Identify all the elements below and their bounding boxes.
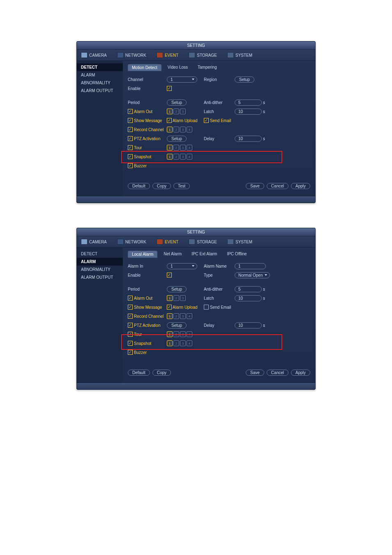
anti-dither-input[interactable]: 5 [235, 99, 262, 106]
alarm-name-input[interactable]: 1 [235, 263, 266, 269]
default-button[interactable]: Default [128, 183, 150, 189]
alarm-out-chan-1[interactable]: 1 [167, 295, 173, 301]
sidebar-item-alarm-output[interactable]: ALARM OUTPUT [77, 87, 123, 95]
tour-chan-1[interactable]: 1 [167, 145, 173, 150]
test-button[interactable]: Test [173, 183, 190, 189]
alarm-upload-checkbox[interactable] [167, 305, 172, 310]
sidebar-item-abnormality[interactable]: ABNORMALITY [77, 79, 123, 87]
sidebar-item-alarm[interactable]: ALARM [77, 71, 123, 79]
show-message-checkbox[interactable] [128, 305, 133, 310]
send-email-checkbox[interactable] [204, 305, 209, 310]
sidebar-item-detect[interactable]: DETECT [77, 63, 123, 71]
alarm-out-checkbox[interactable] [128, 296, 133, 301]
latch-input[interactable]: 10 [235, 295, 262, 301]
record-chan-3[interactable]: 3 [180, 127, 186, 132]
snapshot-chan-3[interactable]: 3 [180, 340, 186, 346]
subtab-ipc-offline[interactable]: IPC Offline [223, 251, 250, 258]
tour-checkbox[interactable] [128, 332, 133, 337]
record-chan-3[interactable]: 3 [180, 313, 186, 319]
save-button[interactable]: Save [246, 370, 264, 376]
topnav-camera[interactable]: CAMERA [81, 52, 107, 58]
channel-select[interactable]: 1 [167, 76, 197, 83]
tour-chan-2[interactable]: 2 [173, 145, 179, 150]
region-setup-button[interactable]: Setup [235, 76, 254, 83]
type-select[interactable]: Normal Open [235, 272, 270, 278]
sidebar-item-alarm[interactable]: ALARM [77, 258, 123, 266]
sidebar-item-detect[interactable]: DETECT [77, 250, 123, 258]
show-message-checkbox[interactable] [128, 118, 133, 123]
delay-input[interactable]: 10 [235, 322, 262, 328]
alarm-out-chan-1[interactable]: 1 [167, 109, 173, 114]
default-button[interactable]: Default [128, 370, 150, 376]
snapshot-checkbox[interactable] [128, 154, 133, 159]
ptz-activation-checkbox[interactable] [128, 136, 133, 141]
record-channel-checkbox[interactable] [128, 127, 133, 132]
enable-checkbox[interactable] [167, 86, 172, 91]
topnav-storage[interactable]: STORAGE [189, 52, 217, 58]
subtab-video-loss[interactable]: Video Loss [164, 64, 191, 71]
alarm-in-select[interactable]: 1 [167, 263, 197, 269]
save-button[interactable]: Save [246, 183, 264, 189]
alarm-upload-checkbox[interactable] [167, 118, 172, 123]
tour-chan-3[interactable]: 3 [180, 331, 186, 337]
record-channel-checkbox[interactable] [128, 314, 133, 319]
latch-input[interactable]: 10 [235, 109, 262, 115]
tour-chan-4[interactable]: 4 [187, 331, 192, 337]
buzzer-checkbox[interactable] [128, 163, 133, 168]
copy-button[interactable]: Copy [152, 183, 171, 189]
tour-chan-2[interactable]: 2 [173, 331, 179, 337]
ptz-setup-button[interactable]: Setup [167, 136, 187, 142]
topnav-camera[interactable]: CAMERA [81, 239, 107, 245]
record-chan-2[interactable]: 2 [173, 127, 179, 132]
snapshot-checkbox[interactable] [128, 341, 133, 346]
snapshot-chan-4[interactable]: 4 [187, 340, 192, 346]
alarm-out-chan-2[interactable]: 2 [173, 295, 179, 301]
topnav-storage[interactable]: STORAGE [189, 239, 217, 245]
enable-checkbox[interactable] [167, 273, 172, 278]
snapshot-chan-1[interactable]: 1 [167, 340, 173, 346]
record-chan-2[interactable]: 2 [173, 313, 179, 319]
apply-button[interactable]: Apply [291, 370, 310, 376]
record-chan-1[interactable]: 1 [167, 127, 173, 132]
anti-dither-input[interactable]: 5 [235, 286, 262, 292]
subtab-ipc-ext-alarm[interactable]: IPC Ext Alarm [188, 251, 221, 258]
buzzer-checkbox[interactable] [128, 350, 133, 355]
send-email-checkbox[interactable] [204, 118, 209, 123]
snapshot-chan-3[interactable]: 3 [180, 154, 186, 160]
cancel-button[interactable]: Cancel [267, 183, 288, 189]
apply-button[interactable]: Apply [291, 183, 310, 189]
topnav-network[interactable]: NETWORK [117, 239, 146, 245]
copy-button[interactable]: Copy [152, 370, 171, 376]
alarm-out-chan-3[interactable]: 3 [180, 295, 186, 301]
alarm-out-chan-2[interactable]: 2 [173, 109, 179, 114]
tour-chan-4[interactable]: 4 [187, 145, 192, 150]
topnav-system[interactable]: SYSTEM [227, 52, 252, 58]
topnav-system[interactable]: SYSTEM [227, 239, 252, 245]
record-chan-4[interactable]: 4 [187, 313, 192, 319]
sidebar-item-abnormality[interactable]: ABNORMALITY [77, 266, 123, 273]
delay-input[interactable]: 10 [235, 136, 262, 142]
subtab-motion-detect[interactable]: Motion Detect [128, 64, 161, 71]
subtab-local-alarm[interactable]: Local Alarm [128, 251, 157, 258]
alarm-out-chan-3[interactable]: 3 [180, 109, 186, 114]
record-chan-4[interactable]: 4 [187, 127, 192, 132]
tour-chan-1[interactable]: 1 [167, 331, 173, 337]
snapshot-chan-2[interactable]: 2 [173, 340, 179, 346]
ptz-setup-button[interactable]: Setup [167, 322, 187, 328]
tour-checkbox[interactable] [128, 145, 133, 150]
record-chan-1[interactable]: 1 [167, 313, 173, 319]
period-setup-button[interactable]: Setup [167, 286, 187, 292]
snapshot-chan-1[interactable]: 1 [167, 154, 173, 160]
period-setup-button[interactable]: Setup [167, 99, 187, 106]
cancel-button[interactable]: Cancel [267, 370, 288, 376]
subtab-tampering[interactable]: Tampering [194, 64, 221, 71]
snapshot-chan-4[interactable]: 4 [187, 154, 192, 160]
tour-chan-3[interactable]: 3 [180, 145, 186, 150]
snapshot-chan-2[interactable]: 2 [173, 154, 179, 160]
topnav-event[interactable]: EVENT [157, 239, 178, 245]
ptz-activation-checkbox[interactable] [128, 323, 133, 328]
sidebar-item-alarm-output[interactable]: ALARM OUTPUT [77, 273, 123, 281]
alarm-out-checkbox[interactable] [128, 109, 133, 114]
topnav-network[interactable]: NETWORK [117, 52, 146, 58]
subtab-net-alarm[interactable]: Net Alarm [160, 251, 185, 258]
